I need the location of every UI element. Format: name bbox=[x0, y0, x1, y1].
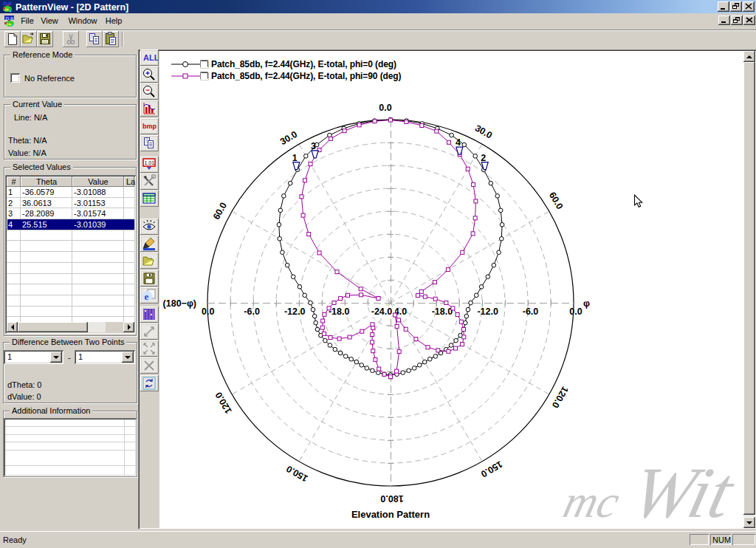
svg-text:Elevation Pattern: Elevation Pattern bbox=[351, 509, 430, 520]
svg-text:2: 2 bbox=[481, 153, 486, 163]
svg-text:Patch_85db, f=2.44(GHz), E-tot: Patch_85db, f=2.44(GHz), E-total, phi=90… bbox=[211, 71, 402, 81]
svg-text:150.0: 150.0 bbox=[284, 463, 309, 484]
svg-text:0.0: 0.0 bbox=[569, 306, 582, 317]
svg-text:(180−φ): (180−φ) bbox=[163, 298, 196, 309]
svg-text:mc: mc bbox=[559, 476, 625, 527]
svg-text:60.0: 60.0 bbox=[547, 191, 565, 211]
svg-text:-12.0: -12.0 bbox=[284, 306, 306, 317]
svg-text:0.0: 0.0 bbox=[202, 306, 214, 317]
svg-text:30.0: 30.0 bbox=[473, 123, 494, 140]
svg-text:Patch_85db, f=2.44(GHz), E-tot: Patch_85db, f=2.44(GHz), E-total, phi=0 … bbox=[211, 59, 396, 69]
svg-text:φ: φ bbox=[583, 298, 590, 309]
svg-text:4: 4 bbox=[456, 137, 461, 148]
svg-text:0.0: 0.0 bbox=[379, 103, 391, 113]
svg-text:1: 1 bbox=[292, 153, 298, 163]
svg-text:-24.0: -24.0 bbox=[371, 306, 393, 317]
svg-text:-18.0: -18.0 bbox=[329, 306, 350, 317]
svg-text:-18.0: -18.0 bbox=[432, 306, 453, 317]
svg-text:30.0: 30.0 bbox=[278, 129, 299, 147]
svg-text:180.0: 180.0 bbox=[380, 493, 403, 504]
svg-text:-12.0: -12.0 bbox=[477, 306, 498, 317]
svg-text:-6.0: -6.0 bbox=[244, 306, 260, 317]
svg-text:150.0: 150.0 bbox=[479, 459, 504, 479]
svg-text:-6.0: -6.0 bbox=[523, 306, 539, 317]
svg-text:Wit: Wit bbox=[625, 452, 743, 532]
svg-text:3: 3 bbox=[311, 141, 316, 151]
svg-text:60.0: 60.0 bbox=[211, 201, 229, 222]
svg-text:120.0: 120.0 bbox=[213, 390, 234, 415]
